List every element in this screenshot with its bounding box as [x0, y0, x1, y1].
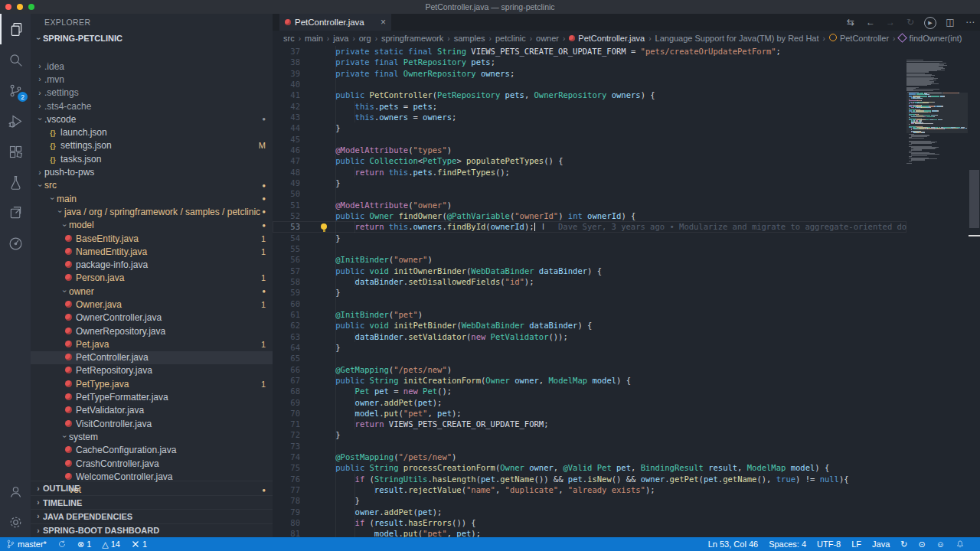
project-section-header[interactable]: › SPRING-PETCLINIC: [31, 31, 273, 46]
code-line-69[interactable]: 69 owner.addPet(pet);: [273, 397, 906, 408]
code-line-37[interactable]: 37 private static final String VIEWS_PET…: [273, 46, 906, 57]
code-line-79[interactable]: 79 owner.addPet(pet);: [273, 507, 906, 517]
tree-item-owner-java[interactable]: Owner.java1: [31, 298, 273, 311]
tree-item-baseentity-java[interactable]: BaseEntity.java1: [31, 232, 273, 245]
status-feedback-smiley[interactable]: ☺: [936, 540, 945, 549]
open-changes-icon[interactable]: ⇆: [841, 17, 861, 28]
code-line-63[interactable]: 63 dataBinder.setValidator(new PetValida…: [273, 331, 906, 342]
code-line-66[interactable]: 66 @GetMapping("/pets/new"): [273, 364, 906, 375]
push-to-pws-icon[interactable]: [0, 197, 31, 228]
code-line-53[interactable]: 53 return this.owners.findById(ownerId);…: [273, 221, 906, 232]
tree-item-tasks-json[interactable]: {}tasks.json: [31, 152, 273, 165]
tree-item-person-java[interactable]: Person.java1: [31, 272, 273, 285]
code-line-40[interactable]: 40: [273, 79, 906, 90]
tree-item-system[interactable]: ›system: [31, 430, 273, 443]
run-icon[interactable]: ▶: [920, 16, 940, 29]
tree-item-pettype-java[interactable]: PetType.java1: [31, 377, 273, 390]
source-control-icon[interactable]: 2: [0, 75, 31, 106]
code-line-58[interactable]: 58 dataBinder.setDisallowedFields("id");: [273, 276, 906, 287]
code-line-73[interactable]: 73: [273, 441, 906, 452]
breadcrumb-item[interactable]: samples: [454, 34, 485, 43]
breadcrumb-item[interactable]: springframework: [381, 34, 443, 43]
code-line-65[interactable]: 65: [273, 353, 906, 364]
breadcrumb-item[interactable]: owner: [536, 34, 559, 43]
tree-item-settings-json[interactable]: {}settings.jsonM: [31, 139, 273, 152]
tree-item-package-info-java[interactable]: package-info.java: [31, 258, 273, 271]
breadcrumb-item[interactable]: org: [359, 34, 371, 43]
status-java-status[interactable]: ⊙: [919, 540, 926, 549]
tree-item-cacheconfiguration-java[interactable]: CacheConfiguration.java: [31, 444, 273, 457]
code-line-46[interactable]: 46 @ModelAttribute("types"): [273, 145, 906, 155]
extensions-icon[interactable]: [0, 136, 31, 167]
status-git-branch[interactable]: master*: [6, 540, 47, 549]
code-line-51[interactable]: 51 @ModelAttribute("owner"): [273, 200, 906, 210]
breadcrumb-item[interactable]: main: [305, 34, 323, 43]
settings-icon[interactable]: [0, 507, 31, 537]
status-java-tools[interactable]: 1: [131, 540, 147, 549]
code-line-78[interactable]: 78 }: [273, 495, 906, 506]
tree-item-src[interactable]: ›src●: [31, 179, 273, 192]
code-line-77[interactable]: 77 result.rejectValue("name", "duplicate…: [273, 484, 906, 495]
code-line-60[interactable]: 60: [273, 298, 906, 309]
close-tab-icon[interactable]: ×: [381, 17, 386, 28]
navigate-forward-icon[interactable]: →: [880, 17, 900, 28]
breadcrumb-item[interactable]: PetController.java: [569, 34, 645, 43]
code-line-67[interactable]: 67 public String initCreationForm(Owner …: [273, 375, 906, 386]
status-notifications-bell[interactable]: [956, 540, 965, 549]
code-line-48[interactable]: 48 return this.pets.findPetTypes();: [273, 167, 906, 178]
code-line-41[interactable]: 41 public PetController(PetRepository pe…: [273, 90, 906, 100]
status-encoding[interactable]: UTF-8: [817, 540, 841, 549]
tree-item--settings[interactable]: ›.settings: [31, 86, 273, 99]
code-line-50[interactable]: 50: [273, 188, 906, 199]
code-line-62[interactable]: 62 public void initPetBinder(WebDataBind…: [273, 320, 906, 331]
status-language-mode[interactable]: Java: [872, 540, 890, 549]
code-line-38[interactable]: 38 private final PetRepository pets;: [273, 57, 906, 67]
code-line-75[interactable]: 75 public String processCreationForm(Own…: [273, 462, 906, 473]
code-line-47[interactable]: 47 public Collection<PetType> populatePe…: [273, 155, 906, 166]
code-line-39[interactable]: 39 private final OwnerRepository owners;: [273, 68, 906, 79]
tab-petcontroller[interactable]: PetController.java ×: [279, 14, 391, 31]
tree-item--sts4-cache[interactable]: ›.sts4-cache: [31, 99, 273, 112]
status-sync-status[interactable]: ↻: [900, 540, 907, 549]
code-line-52[interactable]: 52 public Owner findOwner(@PathVariable(…: [273, 210, 906, 221]
tree-item-ownercontroller-java[interactable]: OwnerController.java: [31, 311, 273, 324]
breadcrumb-item[interactable]: PetController: [829, 34, 889, 43]
status-indentation[interactable]: Spaces: 4: [769, 540, 806, 549]
code-line-49[interactable]: 49 }: [273, 178, 906, 188]
sync-icon[interactable]: ↻: [900, 17, 920, 28]
code-line-44[interactable]: 44 }: [273, 122, 906, 133]
tree-item-petcontroller-java[interactable]: PetController.java: [31, 351, 273, 364]
section-java-dependencies[interactable]: ›JAVA DEPENDENCIES: [31, 509, 273, 523]
tree-item-crashcontroller-java[interactable]: CrashController.java: [31, 457, 273, 470]
code-line-57[interactable]: 57 public void initOwnerBinder(WebDataBi…: [273, 266, 906, 276]
tree-item-owner[interactable]: ›owner●: [31, 285, 273, 298]
tree-item-visitcontroller-java[interactable]: VisitController.java: [31, 417, 273, 430]
code-line-64[interactable]: 64 }: [273, 342, 906, 353]
tree-item-java-org-springframework-samples-petclinic[interactable]: ›java / org / springframework / samples …: [31, 205, 273, 218]
code-line-70[interactable]: 70 model.put("pet", pet);: [273, 408, 906, 419]
java-dashboard-icon[interactable]: [0, 228, 31, 259]
code-line-45[interactable]: 45: [273, 134, 906, 145]
navigate-back-icon[interactable]: ←: [861, 17, 880, 28]
tree-item-ownerrepository-java[interactable]: OwnerRepository.java: [31, 324, 273, 337]
code-line-54[interactable]: 54 }: [273, 233, 906, 243]
code-line-43[interactable]: 43 this.owners = owners;: [273, 112, 906, 122]
status-eol[interactable]: LF: [851, 540, 861, 549]
editor-scrollbar[interactable]: [969, 32, 980, 551]
code-line-80[interactable]: 80 if (result.hasErrors()) {: [273, 517, 906, 528]
code-editor[interactable]: 37 private static final String VIEWS_PET…: [273, 46, 906, 537]
testing-icon[interactable]: [0, 167, 31, 197]
explorer-icon[interactable]: [0, 14, 32, 44]
tree-item--mvn[interactable]: ›.mvn: [31, 73, 273, 86]
code-line-74[interactable]: 74 @PostMapping("/pets/new"): [273, 452, 906, 462]
tree-item-main[interactable]: ›main●: [31, 192, 273, 205]
tree-item-petrepository-java[interactable]: PetRepository.java: [31, 364, 273, 377]
breadcrumb-item[interactable]: petclinic: [495, 34, 526, 43]
tree-item-petvalidator-java[interactable]: PetValidator.java: [31, 404, 273, 417]
status-errors[interactable]: ⊗1: [77, 540, 91, 549]
breadcrumb-item[interactable]: src: [283, 34, 295, 43]
status-warnings[interactable]: △14: [102, 540, 120, 549]
code-line-71[interactable]: 71 return VIEWS_PETS_CREATE_OR_UPDATE_FO…: [273, 419, 906, 429]
accounts-icon[interactable]: [0, 476, 31, 507]
tree-item-push-to-pws[interactable]: ›push-to-pws: [31, 165, 273, 178]
